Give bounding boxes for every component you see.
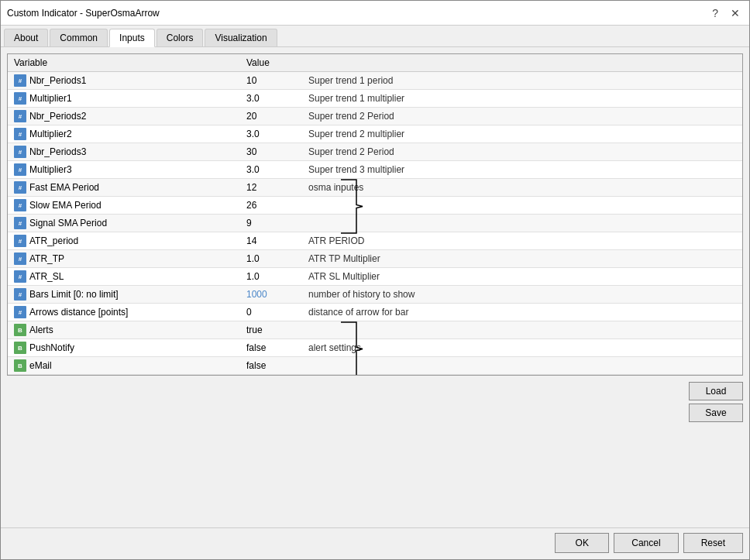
load-row: Load bbox=[7, 382, 743, 400]
save-row: Save bbox=[7, 404, 743, 422]
variables-table: Variable Value #Nbr_Periods110Super tren… bbox=[7, 53, 743, 376]
load-button[interactable]: Load bbox=[689, 382, 743, 400]
num-icon: # bbox=[14, 74, 26, 87]
variable-name: Fast EMA Period bbox=[29, 182, 99, 193]
help-button[interactable]: ? bbox=[709, 8, 721, 19]
variable-name: Signal SMA Period bbox=[29, 218, 107, 228]
variable-value[interactable]: false bbox=[240, 339, 302, 357]
variable-value[interactable]: 20 bbox=[240, 108, 302, 125]
table-row[interactable]: #Multiplier33.0Super trend 3 multiplier bbox=[8, 161, 742, 179]
variable-description: Super trend 2 Period bbox=[302, 108, 742, 125]
table-row[interactable]: #Fast EMA Period12osma inputes bbox=[8, 179, 742, 197]
table-row[interactable]: #Nbr_Periods330Super trend 2 Period bbox=[8, 143, 742, 161]
num-icon: # bbox=[14, 128, 26, 140]
variable-name: Multiplier2 bbox=[29, 129, 72, 139]
variable-name: Alerts bbox=[29, 325, 53, 335]
num-icon: # bbox=[14, 92, 26, 105]
tab-inputs[interactable]: Inputs bbox=[109, 29, 155, 47]
table-row[interactable]: #Multiplier13.0Super trend 1 multiplier bbox=[8, 90, 742, 108]
variable-description: Super trend 3 multiplier bbox=[302, 161, 742, 179]
variable-name: Slow EMA Period bbox=[29, 200, 101, 211]
variable-description: ATR PERIOD bbox=[302, 232, 742, 250]
variable-description: ATR TP Multiplier bbox=[302, 250, 742, 268]
num-icon: # bbox=[14, 288, 26, 301]
variable-name: Multiplier1 bbox=[29, 93, 72, 104]
num-icon: # bbox=[14, 270, 26, 283]
variable-value[interactable]: 3.0 bbox=[240, 90, 302, 108]
reset-button[interactable]: Reset bbox=[683, 533, 743, 553]
variable-description: number of history to show bbox=[302, 286, 742, 304]
variable-description: Super trend 2 Period bbox=[302, 143, 742, 161]
num-icon: # bbox=[14, 163, 26, 176]
num-icon: # bbox=[14, 235, 26, 247]
footer-buttons: OK Cancel Reset bbox=[1, 527, 749, 559]
variable-name: Nbr_Periods2 bbox=[29, 111, 86, 122]
col-value: Value bbox=[240, 54, 302, 72]
variable-name: Nbr_Periods3 bbox=[29, 146, 86, 157]
variable-value[interactable]: 1.0 bbox=[240, 250, 302, 268]
variable-value[interactable]: 0 bbox=[240, 304, 302, 321]
variable-value[interactable]: true bbox=[240, 321, 302, 339]
window-title: Custom Indicator - SuperOsmaArrow bbox=[7, 8, 160, 19]
variable-value[interactable]: 14 bbox=[240, 232, 302, 250]
table-header: Variable Value bbox=[8, 54, 742, 72]
table-row[interactable]: #Signal SMA Period9 bbox=[8, 215, 742, 232]
variable-description bbox=[302, 215, 742, 232]
variable-value[interactable]: 3.0 bbox=[240, 161, 302, 179]
table-row[interactable]: #ATR_period14ATR PERIOD bbox=[8, 232, 742, 250]
variable-name: ATR_period bbox=[29, 235, 78, 246]
num-icon: # bbox=[14, 146, 26, 158]
variable-description: Super trend 2 multiplier bbox=[302, 125, 742, 143]
variable-description: alert settings bbox=[302, 339, 742, 357]
variable-description: distance of arrow for bar bbox=[302, 304, 742, 321]
variable-description: osma inputes bbox=[302, 179, 742, 197]
table-row[interactable]: #Arrows distance [points]0distance of ar… bbox=[8, 304, 742, 321]
variable-value[interactable]: 12 bbox=[240, 179, 302, 197]
num-icon: # bbox=[14, 306, 26, 318]
table-row[interactable]: #Bars Limit [0: no limit]1000number of h… bbox=[8, 286, 742, 304]
bottom-area: Load Save bbox=[7, 376, 743, 425]
tab-common[interactable]: Common bbox=[50, 29, 108, 46]
col-variable: Variable bbox=[8, 54, 240, 72]
variable-value[interactable]: 10 bbox=[240, 72, 302, 90]
close-button[interactable]: ✕ bbox=[728, 8, 743, 19]
table-row[interactable]: #Nbr_Periods220Super trend 2 Period bbox=[8, 108, 742, 125]
variable-name: Bars Limit [0: no limit] bbox=[29, 289, 119, 300]
variable-value[interactable]: 26 bbox=[240, 197, 302, 215]
title-bar: Custom Indicator - SuperOsmaArrow ? ✕ bbox=[1, 1, 749, 26]
variable-description: ATR SL Multiplier bbox=[302, 268, 742, 286]
tab-colors[interactable]: Colors bbox=[157, 29, 204, 46]
table-row[interactable]: #Multiplier23.0Super trend 2 multiplier bbox=[8, 125, 742, 143]
table-row[interactable]: #Slow EMA Period26 bbox=[8, 197, 742, 215]
save-button[interactable]: Save bbox=[689, 404, 743, 422]
main-window: Custom Indicator - SuperOsmaArrow ? ✕ Ab… bbox=[0, 0, 750, 560]
variable-name: ATR_SL bbox=[29, 271, 64, 282]
bool-icon: B bbox=[14, 342, 26, 354]
table-row[interactable]: BAlertstrue bbox=[8, 321, 742, 339]
variable-description bbox=[302, 321, 742, 339]
variable-value[interactable]: 1.0 bbox=[240, 268, 302, 286]
col-description bbox=[302, 54, 742, 72]
table-row[interactable]: BPushNotifyfalsealert settings bbox=[8, 339, 742, 357]
num-icon: # bbox=[14, 181, 26, 194]
variable-value[interactable]: 9 bbox=[240, 215, 302, 232]
variable-value[interactable]: false bbox=[240, 357, 302, 375]
variable-value[interactable]: 30 bbox=[240, 143, 302, 161]
table-row[interactable]: #Nbr_Periods110Super trend 1 period bbox=[8, 72, 742, 90]
num-icon: # bbox=[14, 110, 26, 122]
variable-value[interactable]: 3.0 bbox=[240, 125, 302, 143]
bool-icon: B bbox=[14, 359, 26, 372]
variable-value[interactable]: 1000 bbox=[240, 286, 302, 304]
table-wrapper: Variable Value #Nbr_Periods110Super tren… bbox=[7, 53, 743, 376]
tab-about[interactable]: About bbox=[4, 29, 48, 46]
variable-description: Super trend 1 period bbox=[302, 72, 742, 90]
content-area: Variable Value #Nbr_Periods110Super tren… bbox=[1, 47, 749, 527]
variable-name: Multiplier3 bbox=[29, 164, 72, 175]
cancel-button[interactable]: Cancel bbox=[614, 533, 678, 553]
table-row[interactable]: #ATR_SL1.0ATR SL Multiplier bbox=[8, 268, 742, 286]
table-row[interactable]: BeMailfalse bbox=[8, 357, 742, 375]
ok-button[interactable]: OK bbox=[555, 533, 609, 553]
bool-icon: B bbox=[14, 324, 26, 336]
table-row[interactable]: #ATR_TP1.0ATR TP Multiplier bbox=[8, 250, 742, 268]
tab-visualization[interactable]: Visualization bbox=[205, 29, 277, 46]
